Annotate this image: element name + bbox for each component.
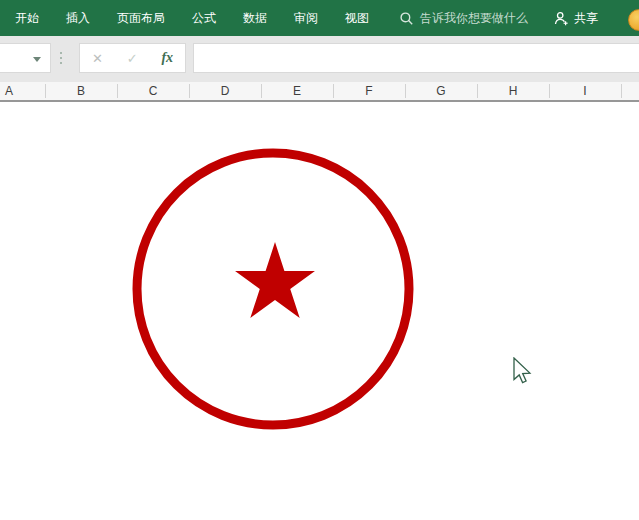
column-header-separator [117,84,118,98]
search-icon [400,12,413,25]
tab-insert[interactable]: 插入 [66,0,90,36]
column-header-E[interactable]: E [293,82,301,100]
column-header-separator [549,84,550,98]
tab-home[interactable]: 开始 [15,0,39,36]
column-header-A[interactable]: A [5,82,13,100]
column-headers: ABCDEFGHI [0,82,639,102]
formula-buttons-box: ✕ ✓ fx [79,43,186,73]
insert-function-button[interactable]: fx [161,50,173,66]
column-header-F[interactable]: F [365,82,372,100]
tab-page-layout[interactable]: 页面布局 [117,0,165,36]
column-header-separator [405,84,406,98]
column-header-separator [45,84,46,98]
tab-review[interactable]: 审阅 [294,0,318,36]
column-header-separator [261,84,262,98]
drawn-shapes-layer [0,102,639,520]
share-button[interactable]: 共享 [554,10,598,27]
worksheet-canvas[interactable] [0,102,639,520]
ribbon-tab-bar: 开始插入页面布局公式数据审阅视图 告诉我你想要做什么 共享 [0,0,639,36]
formula-bar-grip-icon [60,43,62,73]
column-header-separator [621,84,622,98]
column-header-G[interactable]: G [436,82,445,100]
formula-input[interactable] [193,43,639,73]
tab-formulas[interactable]: 公式 [192,0,216,36]
share-label: 共享 [574,10,598,27]
ribbon-tabs: 开始插入页面布局公式数据审阅视图 [15,0,369,36]
person-plus-icon [554,11,569,26]
star-shape[interactable] [235,242,315,318]
search-placeholder-label: 告诉我你想要做什么 [420,10,528,27]
column-header-separator [477,84,478,98]
column-header-separator [333,84,334,98]
name-box[interactable] [0,43,51,73]
column-header-I[interactable]: I [583,82,586,100]
tab-view[interactable]: 视图 [345,0,369,36]
account-avatar-icon[interactable] [628,9,639,31]
tell-me-search[interactable]: 告诉我你想要做什么 [400,10,528,27]
column-header-C[interactable]: C [149,82,158,100]
column-header-separator [189,84,190,98]
column-header-D[interactable]: D [221,82,230,100]
column-header-H[interactable]: H [509,82,518,100]
tab-data[interactable]: 数据 [243,0,267,36]
chevron-down-icon[interactable] [33,57,41,62]
formula-bar-row: ✕ ✓ fx [0,36,639,82]
cancel-icon[interactable]: ✕ [92,51,103,66]
excel-window: 开始插入页面布局公式数据审阅视图 告诉我你想要做什么 共享 [0,0,639,520]
enter-icon[interactable]: ✓ [127,51,138,66]
column-header-B[interactable]: B [77,82,85,100]
